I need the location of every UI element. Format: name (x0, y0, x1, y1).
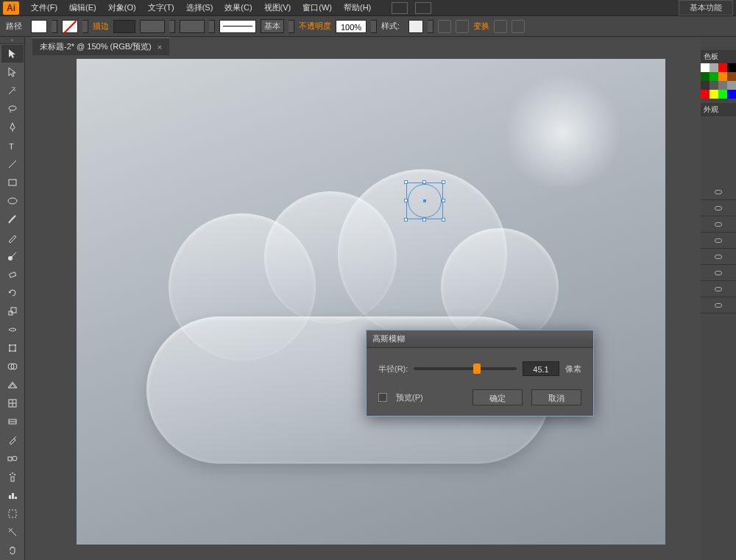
isolate-icon[interactable] (494, 20, 507, 33)
eyedropper-tool[interactable] (1, 431, 24, 449)
eraser-tool[interactable] (1, 266, 24, 283)
shape-builder-tool[interactable] (1, 358, 24, 375)
line-tool[interactable] (1, 155, 24, 173)
resize-handle-tl[interactable] (404, 180, 408, 184)
brush-dropdown[interactable] (209, 20, 215, 33)
workspace-switcher[interactable]: 基本功能 (679, 0, 733, 15)
column-graph-tool[interactable] (1, 486, 24, 504)
stroke-style-preview[interactable] (219, 20, 256, 33)
color-swatch[interactable] (727, 81, 736, 90)
layer-visibility-row[interactable] (701, 249, 736, 265)
transform-label[interactable]: 变换 (473, 21, 489, 32)
gradient-tool[interactable] (1, 413, 24, 430)
appearance-panel-title[interactable]: 外观 (701, 103, 736, 116)
resize-handle-bl[interactable] (404, 218, 408, 221)
color-swatch[interactable] (701, 72, 710, 81)
type-tool[interactable]: T (1, 137, 24, 155)
fill-dropdown[interactable] (52, 20, 57, 33)
blob-brush-tool[interactable] (1, 247, 24, 265)
color-swatch[interactable] (727, 63, 736, 72)
color-swatch[interactable] (701, 81, 710, 90)
profile-basic-label[interactable]: 基本 (261, 19, 284, 33)
blend-tool[interactable] (1, 450, 24, 467)
color-swatch[interactable] (718, 90, 727, 99)
selected-object[interactable] (406, 182, 443, 219)
perspective-grid-tool[interactable] (1, 376, 24, 394)
close-icon[interactable]: × (158, 43, 162, 52)
toolbox-expand[interactable]: » (0, 37, 24, 44)
cancel-button[interactable]: 取消 (531, 389, 581, 405)
color-swatch[interactable] (727, 72, 736, 81)
magic-wand-tool[interactable] (1, 82, 24, 99)
color-swatch[interactable] (701, 63, 710, 72)
width-tool[interactable] (1, 321, 24, 339)
selection-tool[interactable] (1, 45, 24, 63)
arrange-docs-icon[interactable] (392, 2, 408, 14)
layer-visibility-row[interactable] (701, 265, 736, 281)
menu-window[interactable]: 窗口(W) (297, 2, 338, 13)
menu-file[interactable]: 文件(F) (25, 2, 63, 13)
rectangle-tool[interactable] (1, 174, 24, 191)
opacity-label[interactable]: 不透明度 (299, 21, 331, 32)
radius-slider-thumb[interactable] (473, 364, 481, 374)
color-swatch[interactable] (727, 90, 736, 99)
resize-handle-tc[interactable] (422, 180, 426, 184)
pencil-tool[interactable] (1, 229, 24, 247)
color-swatch[interactable] (710, 72, 718, 81)
pen-tool[interactable] (1, 118, 24, 136)
align-icon[interactable] (456, 20, 469, 33)
menu-type[interactable]: 文字(T) (142, 2, 180, 13)
graphic-style-swatch[interactable] (408, 20, 423, 33)
resize-handle-tr[interactable] (442, 180, 445, 184)
color-swatch[interactable] (718, 81, 727, 90)
menu-edit[interactable]: 编辑(E) (63, 2, 102, 13)
slice-tool[interactable] (1, 523, 24, 541)
ok-button[interactable]: 确定 (473, 389, 523, 405)
radius-slider[interactable] (414, 367, 517, 370)
mesh-tool[interactable] (1, 394, 24, 412)
scale-tool[interactable] (1, 302, 24, 320)
stroke-dropdown[interactable] (82, 20, 88, 33)
layer-visibility-row[interactable] (701, 281, 736, 297)
variable-width-profile[interactable] (140, 20, 165, 33)
fill-swatch[interactable] (31, 20, 47, 33)
direct-selection-tool[interactable] (1, 63, 24, 81)
menu-view[interactable]: 视图(V) (258, 2, 297, 13)
layer-visibility-row[interactable] (701, 200, 736, 216)
recolor-icon[interactable] (438, 20, 451, 33)
color-swatch[interactable] (718, 72, 727, 81)
stroke-label[interactable]: 描边 (93, 21, 109, 32)
lasso-tool[interactable] (1, 100, 24, 118)
menu-select[interactable]: 选择(S) (180, 2, 219, 13)
layer-visibility-row[interactable] (701, 216, 736, 233)
canvas[interactable] (77, 59, 665, 545)
layer-visibility-row[interactable] (701, 297, 736, 313)
menu-help[interactable]: 帮助(H) (338, 2, 377, 13)
color-swatch[interactable] (718, 63, 727, 72)
color-swatch[interactable] (710, 90, 718, 99)
basic-dropdown[interactable] (289, 20, 294, 33)
layer-visibility-row[interactable] (701, 184, 736, 200)
ellipse-tool[interactable] (1, 192, 24, 210)
screen-mode-icon[interactable] (415, 2, 431, 14)
menu-effect[interactable]: 效果(C) (219, 2, 258, 13)
resize-handle-bc[interactable] (422, 218, 426, 221)
profile-dropdown[interactable] (169, 20, 175, 33)
stroke-weight-field[interactable] (113, 20, 135, 33)
menu-object[interactable]: 对象(O) (102, 2, 142, 13)
color-swatch[interactable] (710, 63, 718, 72)
more-icon[interactable] (512, 20, 525, 33)
resize-handle-mr[interactable] (442, 199, 445, 202)
paintbrush-tool[interactable] (1, 210, 24, 228)
stroke-swatch[interactable] (62, 20, 78, 33)
layer-visibility-row[interactable] (701, 233, 736, 249)
swatches-panel-title[interactable]: 色板 (701, 50, 736, 63)
free-transform-tool[interactable] (1, 339, 24, 357)
color-swatch[interactable] (710, 81, 718, 90)
resize-handle-br[interactable] (442, 218, 445, 221)
symbol-sprayer-tool[interactable] (1, 468, 24, 486)
brush-definition[interactable] (180, 20, 205, 33)
document-tab[interactable]: 未标题-2* @ 150% (RGB/预览) × (32, 38, 169, 55)
hand-tool[interactable] (1, 542, 24, 559)
artboard-tool[interactable] (1, 505, 24, 522)
